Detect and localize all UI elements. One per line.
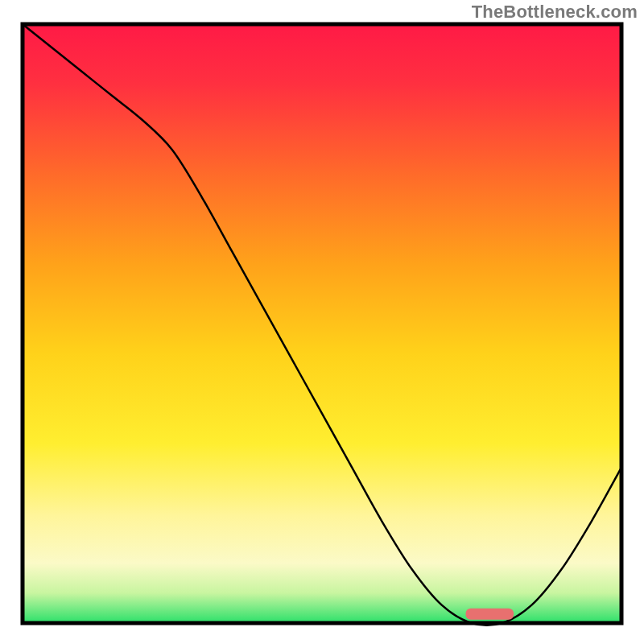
plot-background (23, 24, 621, 623)
bottleneck-chart (0, 0, 644, 644)
chart-container: TheBottleneck.com (0, 0, 644, 644)
watermark-text: TheBottleneck.com (472, 2, 638, 23)
optimal-range-marker (466, 609, 514, 620)
